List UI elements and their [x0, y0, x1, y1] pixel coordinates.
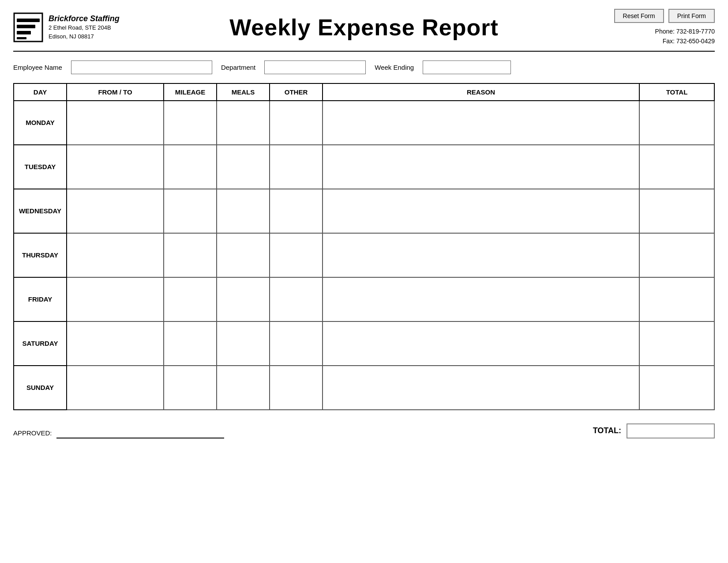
mileage-input-thursday[interactable]: [164, 234, 216, 277]
mileage-cell: [164, 321, 217, 366]
meals-input-sunday[interactable]: [217, 366, 269, 409]
approved-underline: [56, 428, 224, 438]
logo-area: Brickforce Staffing 2 Ethel Road, STE 20…: [13, 12, 128, 42]
day-total-input-wednesday[interactable]: [640, 189, 714, 233]
meals-cell: [217, 233, 270, 277]
mileage-input-saturday[interactable]: [164, 322, 216, 365]
company-info: Brickforce Staffing 2 Ethel Road, STE 20…: [49, 14, 120, 41]
meals-input-wednesday[interactable]: [217, 189, 269, 233]
day-total-input-sunday[interactable]: [640, 366, 714, 409]
department-input[interactable]: [264, 60, 366, 74]
header-other: OTHER: [270, 83, 323, 101]
mileage-input-tuesday[interactable]: [164, 145, 216, 189]
meals-input-friday[interactable]: [217, 278, 269, 321]
reason-input-wednesday[interactable]: [323, 189, 639, 233]
day-cell: FRIDAY: [14, 277, 67, 321]
company-logo: [13, 12, 43, 42]
reason-cell: [323, 145, 639, 189]
header-reason: REASON: [323, 83, 639, 101]
reason-input-sunday[interactable]: [323, 366, 639, 409]
day-total-input-monday[interactable]: [640, 101, 714, 144]
day-cell: THURSDAY: [14, 233, 67, 277]
day-cell: WEDNESDAY: [14, 189, 67, 233]
mileage-cell: [164, 366, 217, 410]
day-total-input-thursday[interactable]: [640, 234, 714, 277]
week-ending-label: Week Ending: [375, 64, 414, 71]
day-total-input-friday[interactable]: [640, 278, 714, 321]
reason-cell: [323, 277, 639, 321]
from-to-input-wednesday[interactable]: [67, 189, 163, 233]
mileage-cell: [164, 233, 217, 277]
from-to-cell: [67, 321, 164, 366]
meals-input-tuesday[interactable]: [217, 145, 269, 189]
reason-cell: [323, 233, 639, 277]
title-area: Weekly Expense Report: [128, 14, 600, 41]
approved-line: APPROVED:: [13, 428, 224, 438]
total-cell: [639, 189, 714, 233]
other-input-sunday[interactable]: [270, 366, 322, 409]
mileage-cell: [164, 277, 217, 321]
total-cell: [639, 366, 714, 410]
meals-input-thursday[interactable]: [217, 234, 269, 277]
from-to-input-thursday[interactable]: [67, 234, 163, 277]
mileage-input-friday[interactable]: [164, 278, 216, 321]
meals-cell: [217, 101, 270, 145]
other-cell: [270, 189, 323, 233]
page-title: Weekly Expense Report: [128, 14, 600, 41]
total-section: TOTAL:: [593, 423, 715, 438]
from-to-cell: [67, 277, 164, 321]
week-ending-input[interactable]: [423, 60, 511, 74]
total-cell: [639, 277, 714, 321]
reason-cell: [323, 101, 639, 145]
total-input[interactable]: [627, 423, 715, 438]
other-input-saturday[interactable]: [270, 322, 322, 365]
meals-cell: [217, 277, 270, 321]
reset-form-button[interactable]: Reset Form: [614, 9, 664, 23]
table-row: THURSDAY: [14, 233, 714, 277]
other-cell: [270, 145, 323, 189]
table-row: FRIDAY: [14, 277, 714, 321]
mileage-cell: [164, 145, 217, 189]
from-to-input-saturday[interactable]: [67, 322, 163, 365]
total-cell: [639, 233, 714, 277]
print-form-button[interactable]: Print Form: [668, 9, 715, 23]
employee-name-input[interactable]: [71, 60, 212, 74]
day-cell: SUNDAY: [14, 366, 67, 410]
svg-rect-4: [17, 37, 26, 39]
from-to-input-monday[interactable]: [67, 101, 163, 144]
reason-input-tuesday[interactable]: [323, 145, 639, 189]
mileage-input-monday[interactable]: [164, 101, 216, 144]
mileage-input-wednesday[interactable]: [164, 189, 216, 233]
mileage-input-sunday[interactable]: [164, 366, 216, 409]
other-cell: [270, 233, 323, 277]
other-input-wednesday[interactable]: [270, 189, 322, 233]
header-meals: MEALS: [217, 83, 270, 101]
header-from-to: FROM / TO: [67, 83, 164, 101]
table-row: TUESDAY: [14, 145, 714, 189]
from-to-cell: [67, 101, 164, 145]
fax-text: Fax: 732-650-0429: [600, 36, 715, 46]
reason-input-friday[interactable]: [323, 278, 639, 321]
table-row: WEDNESDAY: [14, 189, 714, 233]
reason-input-monday[interactable]: [323, 101, 639, 144]
table-row: SUNDAY: [14, 366, 714, 410]
reason-cell: [323, 366, 639, 410]
from-to-cell: [67, 145, 164, 189]
meals-input-saturday[interactable]: [217, 322, 269, 365]
day-total-input-tuesday[interactable]: [640, 145, 714, 189]
meals-input-monday[interactable]: [217, 101, 269, 144]
reason-input-thursday[interactable]: [323, 234, 639, 277]
from-to-input-tuesday[interactable]: [67, 145, 163, 189]
meals-cell: [217, 366, 270, 410]
from-to-input-friday[interactable]: [67, 278, 163, 321]
from-to-cell: [67, 189, 164, 233]
other-input-friday[interactable]: [270, 278, 322, 321]
other-input-tuesday[interactable]: [270, 145, 322, 189]
reason-input-saturday[interactable]: [323, 322, 639, 365]
total-cell: [639, 321, 714, 366]
other-input-thursday[interactable]: [270, 234, 322, 277]
from-to-input-sunday[interactable]: [67, 366, 163, 409]
other-input-monday[interactable]: [270, 101, 322, 144]
other-cell: [270, 321, 323, 366]
day-total-input-saturday[interactable]: [640, 322, 714, 365]
